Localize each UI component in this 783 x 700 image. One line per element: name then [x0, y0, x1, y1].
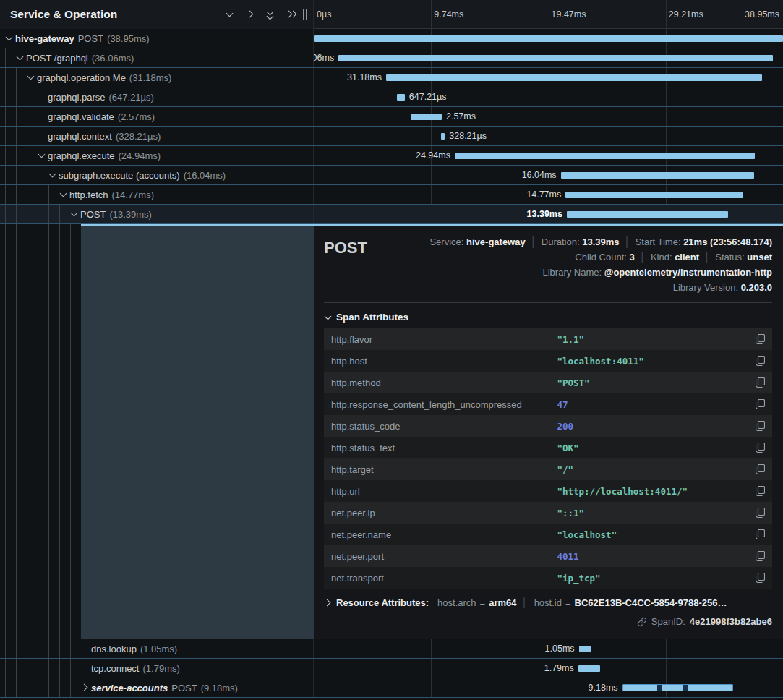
timeline-ruler: 0µs 9.74ms 19.47ms 29.21ms 38.95ms: [314, 0, 783, 29]
span-bar[interactable]: [561, 172, 754, 179]
span-row[interactable]: hive-gatewayPOST(38.95ms) 38.95ms: [0, 29, 783, 48]
span-bar[interactable]: [314, 35, 783, 42]
span-name-cell[interactable]: hive-gatewayPOST(38.95ms): [0, 29, 314, 48]
span-row[interactable]: service-accountsPOST(9.18ms) 9.18ms: [0, 678, 783, 698]
copy-icon[interactable]: [756, 399, 765, 409]
copy-icon[interactable]: [756, 464, 765, 474]
indent-guides: [5, 68, 27, 87]
span-row[interactable]: subgraph.execute (accounts)(16.04ms) 16.…: [0, 166, 783, 185]
span-attributes-section-header[interactable]: Span Attributes: [324, 312, 772, 323]
span-bar[interactable]: [622, 684, 733, 691]
span-row[interactable]: tcp.connect(1.79ms) 1.79ms: [0, 659, 783, 678]
copy-icon[interactable]: [756, 421, 765, 431]
expand-chevron-icon[interactable]: [27, 72, 37, 82]
copy-icon[interactable]: [756, 508, 765, 518]
span-row[interactable]: http.fetch(14.77ms) 14.77ms: [0, 185, 783, 205]
span-bar[interactable]: [386, 74, 762, 81]
span-row[interactable]: POST(13.39ms) 13.39ms: [0, 205, 783, 224]
expand-chevron-icon[interactable]: [59, 189, 69, 200]
expand-chevron-icon[interactable]: [81, 644, 91, 654]
span-bar-duration: 9.18ms: [589, 683, 618, 693]
span-name-cell[interactable]: graphql.context(328.21µs): [0, 127, 314, 145]
span-bar[interactable]: [578, 665, 600, 672]
span-bar[interactable]: [455, 153, 756, 159]
resource-attributes-section[interactable]: Resource Attributes: host.arch=arm64 │ h…: [324, 597, 772, 608]
expand-chevron-icon[interactable]: [38, 131, 48, 141]
span-bar-cell[interactable]: 16.04ms: [314, 166, 783, 184]
operation-name: POST /graphql: [26, 53, 88, 64]
span-bar-cell[interactable]: 31.18ms: [314, 68, 783, 87]
operation-name: graphql.parse: [48, 92, 106, 103]
chevron-down-icon[interactable]: [226, 9, 235, 20]
operation-name: dns.lookup: [91, 644, 137, 654]
double-chevron-right-icon[interactable]: [286, 9, 296, 20]
span-bar-cell[interactable]: 13.39ms: [314, 205, 783, 223]
column-resize-handle[interactable]: [303, 9, 307, 20]
span-bar-cell[interactable]: 36.06ms: [314, 48, 783, 67]
span-bar-cell[interactable]: 328.21µs: [314, 127, 783, 145]
span-bar-duration: 16.04ms: [522, 170, 557, 180]
span-name-cell[interactable]: graphql.execute(24.94ms): [0, 146, 314, 165]
copy-icon[interactable]: [756, 443, 765, 453]
span-name-cell[interactable]: subgraph.execute (accounts)(16.04ms): [0, 166, 314, 184]
expand-chevron-icon[interactable]: [81, 683, 91, 693]
expand-chevron-icon[interactable]: [48, 170, 59, 180]
span-name-cell[interactable]: graphql.validate(2.57ms): [0, 107, 314, 126]
link-icon[interactable]: [637, 617, 647, 627]
detail-divider: [324, 302, 772, 303]
copy-icon[interactable]: [756, 356, 765, 366]
span-bar-cell[interactable]: 647.21µs: [314, 88, 783, 106]
span-name-cell[interactable]: graphql.parse(647.21µs): [0, 88, 314, 106]
double-chevron-down-icon[interactable]: [266, 9, 275, 20]
span-name-cell[interactable]: graphql.operation Me(31.18ms): [0, 68, 314, 87]
span-bar-cell[interactable]: 24.94ms: [314, 146, 783, 165]
copy-icon[interactable]: [756, 551, 765, 561]
span-row[interactable]: dns.lookup(1.05ms) 1.05ms: [0, 639, 783, 659]
expand-chevron-icon[interactable]: [38, 150, 48, 161]
span-name-cell[interactable]: http.fetch(14.77ms): [0, 185, 314, 204]
expand-chevron-icon[interactable]: [81, 663, 91, 673]
span-bar-cell[interactable]: 2.57ms: [314, 107, 783, 126]
copy-icon[interactable]: [756, 529, 765, 539]
span-bar[interactable]: [338, 55, 773, 61]
span-detail-panel: POST Service: hive-gateway│Duration: 13.…: [0, 224, 783, 639]
span-name-cell[interactable]: service-accountsPOST(9.18ms): [0, 678, 314, 697]
copy-icon[interactable]: [756, 486, 765, 496]
span-name-cell[interactable]: dns.lookup(1.05ms): [0, 639, 314, 658]
expand-chevron-icon[interactable]: [38, 92, 48, 102]
expand-chevron-icon[interactable]: [70, 209, 80, 219]
span-row[interactable]: POST /graphql(36.06ms) 36.06ms: [0, 48, 783, 68]
span-bar[interactable]: [397, 94, 405, 101]
indent-guides: [5, 639, 81, 658]
span-bar-cell[interactable]: 9.18ms: [314, 678, 783, 697]
chevron-right-icon[interactable]: [246, 9, 255, 20]
trace-view: Service & Operation 0µs 9.74ms 19.47ms 2…: [0, 0, 783, 700]
copy-icon[interactable]: [756, 334, 765, 344]
span-bar[interactable]: [579, 646, 591, 652]
span-name-cell[interactable]: tcp.connect(1.79ms): [0, 659, 314, 678]
span-bar[interactable]: [441, 133, 445, 140]
span-row[interactable]: graphql.validate(2.57ms) 2.57ms: [0, 107, 783, 127]
span-row[interactable]: graphql.parse(647.21µs) 647.21µs: [0, 88, 783, 107]
attribute-row: net.transport"ip_tcp": [324, 567, 772, 589]
span-bar[interactable]: [565, 192, 743, 198]
span-name-cell[interactable]: POST(13.39ms): [0, 205, 314, 223]
span-name-cell[interactable]: POST /graphql(36.06ms): [0, 48, 314, 67]
operation-name: graphql.execute: [48, 150, 115, 161]
expand-chevron-icon[interactable]: [38, 111, 48, 121]
span-bar[interactable]: [411, 114, 442, 120]
span-bar-cell[interactable]: 14.77ms: [314, 185, 783, 204]
expand-chevron-icon[interactable]: [5, 33, 15, 43]
copy-icon[interactable]: [756, 573, 765, 583]
duration-text: (328.21µs): [116, 131, 161, 142]
span-bar-cell[interactable]: 1.79ms: [314, 659, 783, 678]
span-bar[interactable]: [567, 211, 728, 218]
span-row[interactable]: graphql.context(328.21µs) 328.21µs: [0, 127, 783, 146]
span-bar-cell[interactable]: 38.95ms: [314, 29, 783, 48]
span-row[interactable]: graphql.execute(24.94ms) 24.94ms: [0, 146, 783, 166]
span-id-value: 4e21998f3b82abe6: [690, 616, 772, 627]
span-bar-cell[interactable]: 1.05ms: [314, 639, 783, 658]
expand-chevron-icon[interactable]: [16, 53, 26, 63]
span-row[interactable]: graphql.operation Me(31.18ms) 31.18ms: [0, 68, 783, 88]
copy-icon[interactable]: [756, 377, 765, 388]
